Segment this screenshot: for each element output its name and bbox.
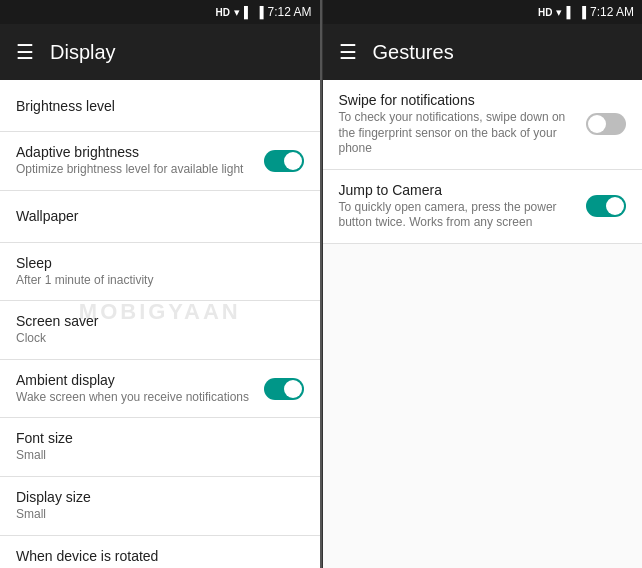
jump-to-camera-subtitle: To quickly open camera, press the power … [339,200,575,231]
left-wifi-icon: ▾ [234,6,240,19]
display-title: Display [50,41,116,64]
swipe-notifications-text: Swipe for notifications To check your no… [339,92,587,157]
ambient-display-subtitle: Wake screen when you receive notificatio… [16,390,249,406]
font-size-text: Font size Small [16,430,73,464]
adaptive-brightness-subtitle: Optimize brightness level for available … [16,162,243,178]
display-size-item[interactable]: Display size Small [0,477,320,536]
screen-saver-text: Screen saver Clock [16,313,98,347]
right-signal-icon: ▌ [566,6,574,18]
adaptive-brightness-toggle[interactable] [264,150,304,172]
screen-saver-subtitle: Clock [16,331,98,347]
left-time: 7:12 AM [267,5,311,19]
display-size-title: Display size [16,489,91,505]
right-wifi-icon: ▾ [556,6,562,19]
sleep-item[interactable]: Sleep After 1 minute of inactivity [0,243,320,302]
screen-saver-title: Screen saver [16,313,98,329]
rotation-title: When device is rotated [16,548,193,564]
display-size-subtitle: Small [16,507,91,523]
display-panel: HD ▾ ▌ ▐ 7:12 AM ☰ Display Brightness le… [0,0,320,568]
rotation-item[interactable]: When device is rotated Rotate the conten… [0,536,320,568]
sleep-text: Sleep After 1 minute of inactivity [16,255,153,289]
font-size-subtitle: Small [16,448,73,464]
right-time: 7:12 AM [590,5,634,19]
swipe-notifications-toggle[interactable] [586,113,626,135]
ambient-display-text: Ambient display Wake screen when you rec… [16,372,249,406]
adaptive-brightness-item[interactable]: Adaptive brightness Optimize brightness … [0,132,320,191]
gestures-settings-list: Swipe for notifications To check your no… [323,80,643,568]
gestures-panel: HD ▾ ▌ ▐ 7:12 AM ☰ Gestures Swipe for no… [322,0,643,568]
ambient-display-item[interactable]: Ambient display Wake screen when you rec… [0,360,320,419]
left-battery-icon: ▐ [256,6,264,18]
swipe-notifications-title: Swipe for notifications [339,92,575,108]
jump-to-camera-item[interactable]: Jump to Camera To quickly open camera, p… [323,170,643,244]
sleep-title: Sleep [16,255,153,271]
adaptive-brightness-title: Adaptive brightness [16,144,243,160]
brightness-level-item[interactable]: Brightness level [0,80,320,132]
jump-to-camera-title: Jump to Camera [339,182,575,198]
left-hd-label: HD [215,7,229,18]
font-size-item[interactable]: Font size Small [0,418,320,477]
jump-to-camera-toggle[interactable] [586,195,626,217]
brightness-level-title: Brightness level [16,98,115,114]
wallpaper-title: Wallpaper [16,208,79,224]
display-settings-list: Brightness level Adaptive brightness Opt… [0,80,320,568]
adaptive-brightness-text: Adaptive brightness Optimize brightness … [16,144,243,178]
right-battery-icon: ▐ [578,6,586,18]
wallpaper-item[interactable]: Wallpaper [0,191,320,243]
left-status-bar: HD ▾ ▌ ▐ 7:12 AM [0,0,320,24]
right-menu-icon[interactable]: ☰ [339,40,357,64]
display-header: ☰ Display [0,24,320,80]
ambient-display-toggle[interactable] [264,378,304,400]
right-status-bar: HD ▾ ▌ ▐ 7:12 AM [323,0,643,24]
swipe-notifications-subtitle: To check your notifications, swipe down … [339,110,575,157]
left-menu-icon[interactable]: ☰ [16,40,34,64]
wallpaper-text: Wallpaper [16,208,79,224]
right-hd-label: HD [538,7,552,18]
swipe-notifications-item[interactable]: Swipe for notifications To check your no… [323,80,643,170]
jump-to-camera-text: Jump to Camera To quickly open camera, p… [339,182,587,231]
brightness-level-text: Brightness level [16,98,115,114]
font-size-title: Font size [16,430,73,446]
sleep-subtitle: After 1 minute of inactivity [16,273,153,289]
ambient-display-title: Ambient display [16,372,249,388]
left-signal-icon: ▌ [244,6,252,18]
display-size-text: Display size Small [16,489,91,523]
gestures-header: ☰ Gestures [323,24,643,80]
screen-saver-item[interactable]: Screen saver Clock [0,301,320,360]
rotation-text: When device is rotated Rotate the conten… [16,548,193,568]
gestures-title: Gestures [373,41,454,64]
